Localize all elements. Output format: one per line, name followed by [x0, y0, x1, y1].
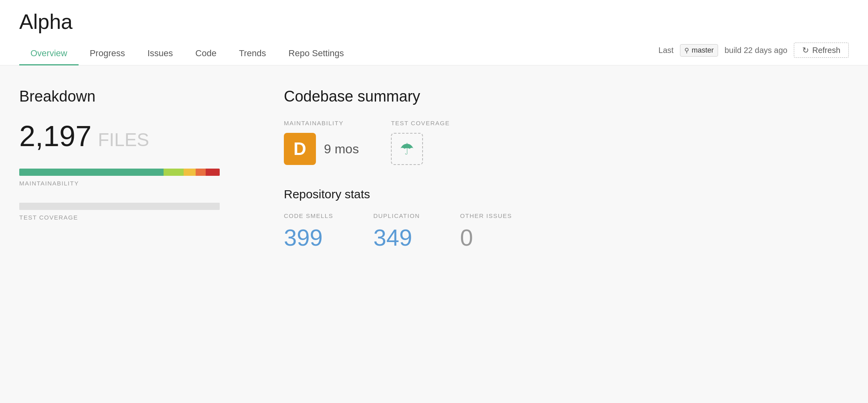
tab-repo-settings[interactable]: Repo Settings [277, 42, 355, 65]
bar-yellow-green [164, 169, 184, 176]
maintainability-metric: MAINTAINABILITY D 9 mos [284, 120, 359, 165]
duplication-label: DUPLICATION [373, 212, 420, 219]
test-coverage-bar [19, 203, 220, 210]
repo-stats-title: Repository stats [284, 187, 849, 201]
tab-code[interactable]: Code [184, 42, 228, 65]
duplication-value: 349 [373, 224, 420, 251]
branch-name: master [692, 46, 714, 55]
other-issues-value: 0 [460, 224, 512, 251]
maintainability-value: 9 mos [324, 142, 359, 157]
test-coverage-bar-label: TEST COVERAGE [19, 214, 252, 221]
stats-row: CODE SMELLS 399 DUPLICATION 349 OTHER IS… [284, 212, 849, 251]
bar-green [19, 169, 164, 176]
code-smells-label: CODE SMELLS [284, 212, 333, 219]
tab-progress[interactable]: Progress [79, 42, 136, 65]
refresh-icon: ↻ [802, 45, 809, 55]
last-build-suffix: build 22 days ago [724, 46, 787, 55]
code-smells-value: 399 [284, 224, 333, 251]
refresh-label: Refresh [812, 46, 840, 55]
bar-orange [196, 169, 206, 176]
refresh-button[interactable]: ↻ Refresh [794, 43, 849, 58]
test-coverage-bar-container: TEST COVERAGE [19, 203, 252, 221]
breakdown-panel: Breakdown 2,197 FILES MAINTAINABILITY TE… [19, 88, 252, 251]
tab-overview[interactable]: Overview [19, 42, 79, 65]
umbrella-icon: ☂ [400, 140, 414, 158]
bar-yellow [184, 169, 196, 176]
last-build-prefix: Last [658, 46, 674, 55]
branch-badge[interactable]: ⚲ master [680, 44, 718, 57]
test-coverage-metric: TEST COVERAGE ☂ [391, 120, 450, 165]
tab-trends[interactable]: Trends [228, 42, 277, 65]
other-issues-label: OTHER ISSUES [460, 212, 512, 219]
main-content: Breakdown 2,197 FILES MAINTAINABILITY TE… [0, 65, 868, 273]
nav-right: Last ⚲ master build 22 days ago ↻ Refres… [658, 43, 849, 64]
maintainability-metric-label: MAINTAINABILITY [284, 120, 359, 126]
file-count: 2,197 [19, 120, 91, 153]
grade-badge: D [284, 133, 316, 165]
codebase-summary-panel: Codebase summary MAINTAINABILITY D 9 mos… [284, 88, 849, 251]
file-label: FILES [98, 129, 149, 151]
nav-tabs: Overview Progress Issues Code Trends Rep… [19, 42, 355, 65]
coverage-badge: ☂ [391, 133, 423, 165]
test-coverage-metric-label: TEST COVERAGE [391, 120, 450, 126]
breakdown-title: Breakdown [19, 88, 252, 105]
test-coverage-fill [19, 203, 220, 210]
duplication-stat: DUPLICATION 349 [373, 212, 420, 251]
maintainability-bar-label: MAINTAINABILITY [19, 180, 252, 187]
maintainability-bar [19, 169, 220, 176]
bar-red [206, 169, 220, 176]
nav-bar: Overview Progress Issues Code Trends Rep… [19, 42, 849, 65]
codebase-summary-title: Codebase summary [284, 88, 849, 105]
maintainability-bar-container: MAINTAINABILITY [19, 169, 252, 187]
other-issues-stat: OTHER ISSUES 0 [460, 212, 512, 251]
file-count-row: 2,197 FILES [19, 120, 252, 153]
test-coverage-metric-content: ☂ [391, 133, 450, 165]
code-smells-stat: CODE SMELLS 399 [284, 212, 333, 251]
branch-icon: ⚲ [684, 47, 689, 54]
summary-metrics: MAINTAINABILITY D 9 mos TEST COVERAGE ☂ [284, 120, 849, 165]
page-header: Alpha Overview Progress Issues Code Tren… [0, 0, 868, 65]
page-title: Alpha [19, 10, 849, 34]
tab-issues[interactable]: Issues [136, 42, 184, 65]
maintainability-metric-content: D 9 mos [284, 133, 359, 165]
